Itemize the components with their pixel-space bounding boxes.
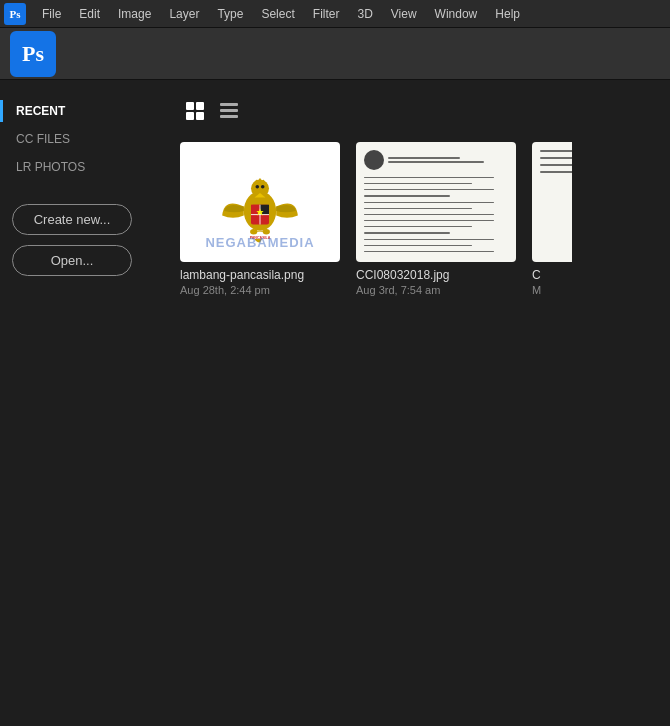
svg-rect-2 bbox=[186, 112, 194, 120]
svg-rect-1 bbox=[196, 102, 204, 110]
file-name-garuda: lambang-pancasila.png bbox=[180, 268, 340, 282]
menu-layer[interactable]: Layer bbox=[161, 5, 207, 23]
content-area: PANCASILA NEGABAMEDIA lambang-pancasila.… bbox=[160, 80, 670, 726]
file-thumbnail-document bbox=[356, 142, 516, 262]
menu-view[interactable]: View bbox=[383, 5, 425, 23]
menu-edit[interactable]: Edit bbox=[71, 5, 108, 23]
document-preview bbox=[356, 142, 516, 262]
ps-logo-large-text: Ps bbox=[22, 41, 44, 67]
file-card-garuda[interactable]: PANCASILA NEGABAMEDIA lambang-pancasila.… bbox=[180, 142, 340, 298]
file-name-partial: C bbox=[532, 268, 572, 282]
file-card-partial[interactable]: C M bbox=[532, 142, 572, 298]
file-date-document: Aug 3rd, 7:54 am bbox=[356, 284, 516, 296]
svg-point-10 bbox=[256, 185, 260, 189]
file-thumbnail-partial bbox=[532, 142, 572, 262]
ps-logo-large: Ps bbox=[10, 31, 56, 77]
main-area: RECENT CC FILES LR PHOTOS Create new... … bbox=[0, 80, 670, 726]
menu-window[interactable]: Window bbox=[427, 5, 486, 23]
svg-rect-4 bbox=[220, 103, 238, 106]
menu-type[interactable]: Type bbox=[209, 5, 251, 23]
sidebar-item-cc-files[interactable]: CC FILES bbox=[0, 128, 160, 150]
menu-3d[interactable]: 3D bbox=[349, 5, 380, 23]
document-preview-partial bbox=[532, 142, 572, 262]
create-new-button[interactable]: Create new... bbox=[12, 204, 132, 235]
ps-logo-text: Ps bbox=[10, 8, 21, 20]
svg-rect-3 bbox=[196, 112, 204, 120]
svg-rect-0 bbox=[186, 102, 194, 110]
svg-rect-5 bbox=[220, 109, 238, 112]
svg-point-25 bbox=[263, 229, 270, 234]
file-info-document: CCI08032018.jpg Aug 3rd, 7:54 am bbox=[356, 262, 516, 298]
sidebar-item-lr-photos[interactable]: LR PHOTOS bbox=[0, 156, 160, 178]
file-info-garuda: lambang-pancasila.png Aug 28th, 2:44 pm bbox=[180, 262, 340, 298]
svg-rect-6 bbox=[220, 115, 238, 118]
file-date-garuda: Aug 28th, 2:44 pm bbox=[180, 284, 340, 296]
menubar: Ps File Edit Image Layer Type Select Fil… bbox=[0, 0, 670, 28]
svg-point-11 bbox=[261, 185, 265, 189]
menu-items: File Edit Image Layer Type Select Filter… bbox=[34, 5, 528, 23]
view-toggle bbox=[180, 96, 650, 126]
file-thumbnail-garuda: PANCASILA NEGABAMEDIA bbox=[180, 142, 340, 262]
sidebar-recent-label: RECENT bbox=[16, 104, 65, 118]
file-card-document[interactable]: CCI08032018.jpg Aug 3rd, 7:54 am bbox=[356, 142, 516, 298]
menu-select[interactable]: Select bbox=[253, 5, 302, 23]
sidebar-item-recent[interactable]: RECENT bbox=[0, 100, 160, 122]
file-info-partial: C M bbox=[532, 262, 572, 298]
sidebar-buttons: Create new... Open... bbox=[0, 204, 160, 276]
menu-help[interactable]: Help bbox=[487, 5, 528, 23]
list-view-button[interactable] bbox=[214, 96, 244, 126]
menu-file[interactable]: File bbox=[34, 5, 69, 23]
ps-logo-small: Ps bbox=[4, 3, 26, 25]
file-date-partial: M bbox=[532, 284, 572, 296]
grid-view-button[interactable] bbox=[180, 96, 210, 126]
file-name-document: CCI08032018.jpg bbox=[356, 268, 516, 282]
open-button[interactable]: Open... bbox=[12, 245, 132, 276]
toolbar: Ps bbox=[0, 28, 670, 80]
menu-image[interactable]: Image bbox=[110, 5, 159, 23]
svg-text:PANCASILA: PANCASILA bbox=[250, 236, 271, 240]
menu-filter[interactable]: Filter bbox=[305, 5, 348, 23]
file-grid: PANCASILA NEGABAMEDIA lambang-pancasila.… bbox=[180, 142, 650, 298]
garuda-image: PANCASILA bbox=[215, 152, 305, 252]
sidebar: RECENT CC FILES LR PHOTOS Create new... … bbox=[0, 80, 160, 726]
svg-point-24 bbox=[250, 229, 257, 234]
